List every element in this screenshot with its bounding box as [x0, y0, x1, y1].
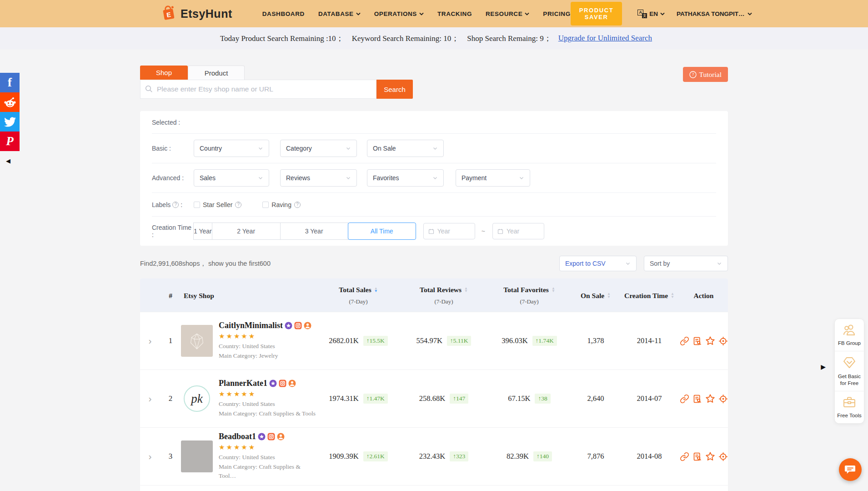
- sort-by-dropdown[interactable]: Sort by: [644, 256, 728, 271]
- shop-name[interactable]: Beadboat1: [219, 432, 256, 441]
- track-shop-icon[interactable]: [718, 452, 728, 461]
- header-on-sale[interactable]: On Sale ▲▼: [572, 284, 619, 307]
- live-chat-button[interactable]: [839, 458, 862, 481]
- on-sale-select[interactable]: On Sale: [367, 140, 444, 157]
- nav-item-dashboard[interactable]: DASHBOARD: [262, 10, 305, 17]
- on-sale-value: 2,640: [572, 394, 619, 403]
- nav-item-database[interactable]: DATABASE: [318, 10, 361, 17]
- sales-delta-badge: ↑15.5K: [363, 336, 388, 346]
- sales-select[interactable]: Sales: [194, 169, 269, 187]
- shop-report-icon[interactable]: [692, 394, 702, 404]
- year-end-input[interactable]: [492, 223, 544, 239]
- total-favorites-value: 82.39K: [507, 452, 529, 461]
- header-total-favorites[interactable]: Total Favorites ▲▼ (7-Day): [487, 284, 572, 307]
- header-total-reviews[interactable]: Total Reviews ▲▼ (7-Day): [401, 284, 487, 307]
- product-saver-button[interactable]: PRODUCT SAVER: [571, 2, 622, 25]
- heart-logo-icon: [185, 329, 209, 353]
- collapse-float-panel-arrow[interactable]: ▶: [821, 363, 826, 370]
- star-seller-badge-icon: [258, 433, 266, 440]
- search-input[interactable]: [140, 80, 376, 99]
- favorite-star-icon[interactable]: [705, 394, 715, 404]
- facebook-share-button[interactable]: f: [0, 73, 20, 92]
- nav-item-pricing[interactable]: PRICING: [543, 10, 570, 17]
- facebook-icon: f: [8, 76, 12, 90]
- creation-time-label: Creation Time :: [152, 224, 194, 238]
- creation-2year-button[interactable]: 2 Year: [212, 223, 281, 240]
- expand-row-chevron-icon[interactable]: ›: [149, 335, 152, 346]
- shop-link-icon[interactable]: [680, 452, 689, 461]
- export-csv-dropdown[interactable]: Export to CSV: [559, 256, 637, 271]
- shop-name[interactable]: CaitlynMinimalist: [219, 321, 283, 330]
- reviews-select[interactable]: Reviews: [280, 169, 357, 187]
- shop-avatar[interactable]: pk: [181, 383, 213, 415]
- twitter-icon: [4, 116, 16, 128]
- shop-category: Main Category: Craft Supplies & Tools: [219, 409, 316, 419]
- reddit-share-button[interactable]: [0, 92, 20, 112]
- search-button[interactable]: Search: [376, 80, 413, 99]
- header-creation-time[interactable]: Creation Time ▲▼: [619, 284, 679, 307]
- get-basic-free-button[interactable]: Get Basic for Free: [835, 351, 864, 391]
- nav-item-operations[interactable]: OPERATIONS: [374, 10, 424, 17]
- free-tools-button[interactable]: Free Tools: [835, 391, 864, 423]
- expand-row-chevron-icon[interactable]: ›: [149, 451, 152, 461]
- nav-menu: DASHBOARD DATABASE OPERATIONS TRACKING R…: [262, 10, 571, 17]
- sort-arrows-icon[interactable]: ▲▼: [464, 287, 468, 293]
- sort-arrows-icon[interactable]: ▲▼: [607, 293, 611, 299]
- nav-item-resource[interactable]: RESOURCE: [486, 10, 529, 17]
- instagram-badge-icon: [267, 433, 275, 440]
- header-total-sales[interactable]: Total Sales ▲▼ (7-Day): [316, 284, 401, 307]
- question-icon[interactable]: ?: [172, 202, 179, 208]
- creation-1year-button[interactable]: 1 Year: [193, 223, 212, 240]
- pinterest-share-button[interactable]: P: [0, 132, 20, 151]
- results-summary: Find2,991,608shops， show you the first60…: [140, 259, 271, 268]
- favorite-star-icon[interactable]: [705, 451, 715, 461]
- shop-avatar[interactable]: [181, 325, 213, 357]
- total-sales-value: 2682.01K: [329, 336, 359, 345]
- creation-3year-button[interactable]: 3 Year: [280, 223, 348, 240]
- table-row: › 2 pk PlannerKate1: [140, 370, 728, 427]
- expand-row-chevron-icon[interactable]: ›: [149, 393, 152, 404]
- chevron-down-icon: [419, 12, 424, 15]
- nav-item-tracking[interactable]: TRACKING: [437, 10, 472, 17]
- total-reviews-value: 258.68K: [419, 394, 445, 403]
- favorites-delta-badge: ↑38: [535, 394, 550, 404]
- favorite-star-icon[interactable]: [705, 336, 715, 346]
- shop-name[interactable]: PlannerKate1: [219, 379, 267, 388]
- shop-report-icon[interactable]: [692, 452, 702, 461]
- favorites-select[interactable]: Favorites: [367, 169, 444, 187]
- creation-alltime-button[interactable]: All Time: [348, 223, 416, 240]
- shop-report-icon[interactable]: [692, 336, 702, 346]
- twitter-share-button[interactable]: [0, 112, 20, 132]
- search-tabs: Shop Product ? Tutorial: [140, 66, 728, 80]
- language-selector[interactable]: A文 EN: [637, 10, 665, 18]
- sort-arrows-icon[interactable]: ▲▼: [671, 293, 674, 299]
- fb-group-button[interactable]: FB Group: [835, 319, 864, 351]
- country-select[interactable]: Country: [194, 140, 269, 157]
- question-icon[interactable]: ?: [294, 202, 301, 208]
- shop-link-icon[interactable]: [680, 394, 689, 404]
- star-seller-checkbox[interactable]: Star Seller ?: [194, 201, 241, 208]
- question-icon[interactable]: ?: [235, 202, 241, 208]
- track-shop-icon[interactable]: [718, 336, 728, 346]
- sort-arrows-icon[interactable]: ▲▼: [552, 287, 555, 293]
- payment-select[interactable]: Payment: [456, 169, 530, 187]
- year-start-input[interactable]: [423, 223, 475, 239]
- raving-checkbox[interactable]: Raving ?: [262, 201, 301, 208]
- sort-arrows-icon[interactable]: ▲▼: [374, 287, 378, 293]
- tab-product[interactable]: Product: [188, 66, 245, 80]
- shop-avatar[interactable]: Bead Boat: [181, 440, 213, 472]
- brand-logo[interactable]: E EtsyHunt: [160, 4, 232, 24]
- svg-text:?: ?: [692, 72, 694, 77]
- category-select[interactable]: Category: [280, 140, 357, 157]
- on-sale-value: 1,378: [572, 336, 619, 345]
- basic-label: Basic :: [152, 145, 194, 152]
- user-menu[interactable]: PATHAKSA TONGPIT…: [677, 10, 752, 17]
- track-shop-icon[interactable]: [718, 394, 728, 404]
- sales-delta-badge: ↑2.61K: [363, 451, 388, 461]
- tutorial-button[interactable]: ? Tutorial: [683, 67, 728, 82]
- tab-shop[interactable]: Shop: [140, 66, 188, 80]
- upgrade-link[interactable]: Upgrade for Unlimited Search: [558, 34, 652, 43]
- collapse-sidebar-arrow[interactable]: ◀: [6, 157, 20, 164]
- star-seller-badge-icon: [269, 380, 277, 387]
- shop-link-icon[interactable]: [680, 336, 689, 346]
